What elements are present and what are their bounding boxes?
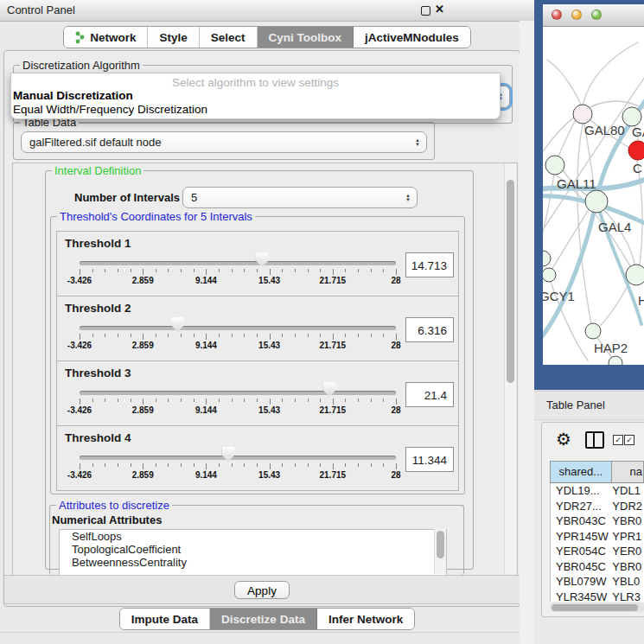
tab-label: Impute Data bbox=[131, 613, 198, 626]
slider-track[interactable] bbox=[80, 326, 396, 330]
column-header[interactable]: na bbox=[612, 462, 644, 482]
table-row[interactable]: YBR043CYBR0 bbox=[551, 513, 644, 529]
network-node[interactable] bbox=[626, 265, 644, 285]
tick-mark bbox=[396, 399, 397, 405]
panel-gap bbox=[520, 21, 534, 644]
slider-scale: -3.4262.8599.14415.4321.71528 bbox=[80, 341, 396, 351]
table-row[interactable]: YBR045CYBR0 bbox=[551, 559, 644, 575]
slider-ticks bbox=[80, 334, 396, 341]
attributes-list-scrollbar[interactable] bbox=[434, 529, 446, 574]
tick-mark bbox=[308, 463, 309, 467]
gear-icon[interactable]: ⚙ bbox=[556, 429, 571, 450]
float-panel-icon[interactable] bbox=[421, 6, 430, 16]
panel-vertical-scrollbar[interactable] bbox=[504, 164, 516, 574]
checkbox-icon[interactable]: ✓ bbox=[613, 435, 623, 445]
table-row[interactable]: YER054CYER0 bbox=[551, 544, 644, 559]
network-node[interactable] bbox=[622, 107, 641, 126]
slider-track[interactable] bbox=[80, 391, 396, 395]
table-horizontal-scrollbar[interactable] bbox=[550, 603, 644, 612]
network-edge[interactable] bbox=[558, 119, 576, 158]
checkbox-icon[interactable]: ✓ bbox=[624, 435, 634, 445]
tick-mark bbox=[371, 399, 372, 402]
dropdown-option-equal-width[interactable]: Equal Width/Frequency Discretization bbox=[11, 103, 500, 117]
num-intervals-combobox[interactable]: 5 ▲▼ bbox=[182, 187, 418, 208]
tick-mark bbox=[143, 399, 143, 405]
tab-jactivemnodules[interactable]: jActiveMNodules bbox=[354, 27, 470, 48]
network-node[interactable] bbox=[585, 190, 608, 213]
column-layout-icon[interactable] bbox=[585, 431, 604, 449]
threshold-slider[interactable]: -3.4262.8599.14415.4321.71528 bbox=[80, 322, 396, 357]
tab-network[interactable]: Network bbox=[64, 27, 148, 48]
threshold-slider[interactable]: -3.4262.8599.14415.4321.71528 bbox=[80, 452, 396, 487]
tab-style[interactable]: Style bbox=[148, 27, 199, 48]
table-row[interactable]: YLR345WYLR3 bbox=[551, 590, 644, 603]
network-node[interactable] bbox=[543, 268, 556, 282]
list-item[interactable]: TopologicalCoefficient bbox=[60, 543, 446, 556]
close-traffic-light-icon[interactable] bbox=[552, 10, 562, 20]
table-cell: YBR0 bbox=[612, 559, 644, 575]
threshold-label: Threshold 3 bbox=[65, 367, 131, 379]
network-edge[interactable] bbox=[600, 283, 629, 326]
table-row[interactable]: YPR145WYPR1 bbox=[551, 529, 644, 545]
network-canvas[interactable]: GAL80GACGAL11GAL4GCY1HHAP2 bbox=[543, 27, 644, 365]
numerical-attributes-label: Numerical Attributes bbox=[52, 513, 162, 526]
network-node[interactable] bbox=[609, 356, 622, 365]
num-intervals-label: Number of Intervals bbox=[74, 191, 180, 204]
network-node[interactable] bbox=[573, 105, 592, 124]
list-item[interactable]: BetweennessCentrality bbox=[60, 556, 446, 569]
scale-label: 2.859 bbox=[132, 470, 154, 480]
tick-mark bbox=[282, 334, 283, 337]
table-row[interactable]: YBL079WYBL0 bbox=[551, 574, 644, 590]
threshold-row-3: Threshold 3-3.4262.8599.14415.4321.71528… bbox=[56, 360, 459, 426]
table-row[interactable]: YDL19...YDL1 bbox=[551, 483, 644, 499]
minimize-traffic-light-icon[interactable] bbox=[571, 10, 582, 20]
threshold-value-field[interactable]: 14.713 bbox=[405, 252, 454, 277]
table-data-combobox[interactable]: galFiltered.sif default node ▲▼ bbox=[21, 131, 427, 153]
tick-mark bbox=[257, 463, 258, 467]
network-edge[interactable] bbox=[543, 175, 554, 239]
tab-discretize-data[interactable]: Discretize Data bbox=[210, 609, 317, 629]
tick-mark bbox=[320, 463, 321, 467]
num-intervals-value: 5 bbox=[191, 191, 197, 204]
tick-mark bbox=[333, 334, 334, 340]
tick-mark bbox=[345, 399, 346, 402]
table-cell: YPR145W bbox=[551, 529, 612, 545]
column-header[interactable]: shared... bbox=[551, 462, 612, 482]
network-edge[interactable] bbox=[547, 60, 581, 105]
threshold-slider[interactable]: -3.4262.8599.14415.4321.71528 bbox=[80, 258, 396, 292]
tick-mark bbox=[383, 334, 384, 337]
tick-mark bbox=[333, 269, 334, 275]
tab-cyni-toolbox[interactable]: Cyni Toolbox bbox=[258, 27, 354, 48]
slider-track[interactable] bbox=[80, 456, 396, 460]
network-window[interactable]: GAL80GACGAL11GAL4GCY1HHAP2 bbox=[543, 4, 644, 365]
list-item[interactable]: SelfLoops bbox=[60, 530, 446, 543]
network-node[interactable] bbox=[543, 251, 551, 266]
threshold-value-field[interactable]: 11.344 bbox=[405, 447, 454, 472]
threshold-slider[interactable]: -3.4262.8599.14415.4321.71528 bbox=[80, 387, 396, 422]
close-panel-icon[interactable]: ✕ bbox=[435, 3, 444, 16]
dropdown-option-manual[interactable]: Manual Discretization bbox=[11, 89, 500, 103]
threshold-value-field[interactable]: 21.4 bbox=[405, 382, 454, 407]
table-cell: YDL1 bbox=[612, 483, 644, 499]
tick-mark bbox=[270, 463, 271, 469]
network-node[interactable] bbox=[585, 323, 601, 339]
numerical-attributes-list[interactable]: SelfLoopsTopologicalCoefficientBetweenne… bbox=[59, 529, 447, 576]
network-node[interactable] bbox=[628, 141, 644, 160]
tab-select[interactable]: Select bbox=[200, 27, 258, 48]
tick-mark bbox=[80, 463, 80, 469]
threshold-value-field[interactable]: 6.316 bbox=[405, 317, 454, 342]
slider-track[interactable] bbox=[80, 261, 396, 265]
apply-button[interactable]: Apply bbox=[234, 581, 290, 599]
tab-label: Discretize Data bbox=[221, 613, 305, 626]
network-node[interactable] bbox=[545, 156, 564, 175]
network-edge[interactable] bbox=[552, 209, 589, 270]
tick-mark bbox=[232, 399, 233, 402]
tab-label: jActiveMNodules bbox=[365, 31, 459, 44]
table-row[interactable]: YDR27...YDR2 bbox=[551, 499, 644, 514]
zoom-traffic-light-icon[interactable] bbox=[591, 10, 602, 20]
tab-impute-data[interactable]: Impute Data bbox=[120, 609, 210, 629]
tick-mark bbox=[232, 334, 233, 337]
tab-infer-network[interactable]: Infer Network bbox=[317, 609, 414, 629]
scale-label: 28 bbox=[391, 276, 400, 285]
network-edge[interactable] bbox=[583, 42, 638, 105]
